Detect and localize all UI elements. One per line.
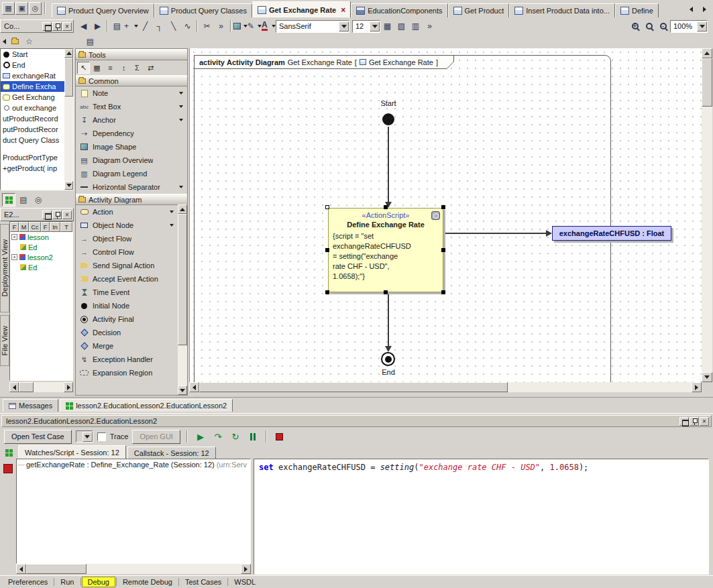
scroll-thumb[interactable] (26, 564, 87, 574)
canvas-v-scrollbar[interactable] (702, 48, 712, 382)
scroll-down-icon[interactable] (702, 372, 712, 382)
dropdown-arrow-icon[interactable] (179, 105, 183, 108)
scroll-thumb[interactable] (178, 214, 187, 345)
close-panel-icon[interactable]: × (700, 417, 709, 426)
column-header[interactable]: F (10, 222, 19, 232)
rectilinear-path-icon[interactable]: ┐ (152, 19, 166, 33)
column-header[interactable]: Cc (29, 222, 41, 232)
insert-table-icon[interactable]: ▦ (380, 19, 394, 33)
tab-insert-product-data[interactable]: Insert Product Data into... (509, 3, 615, 17)
table-options-icon[interactable]: ▥ (408, 19, 423, 33)
scroll-down-icon[interactable] (64, 181, 73, 190)
zoom-out-icon[interactable]: - (656, 19, 670, 33)
tab-scroll-left-icon[interactable] (685, 3, 698, 15)
palette-item-expansion-region[interactable]: Expansion Region (76, 366, 178, 379)
column-header[interactable]: T (60, 222, 72, 232)
overflow-chevron-icon[interactable]: » (423, 19, 437, 33)
deployment-view-tab[interactable]: Deployment View (0, 224, 9, 312)
selection-handle[interactable] (325, 205, 329, 209)
pause-button[interactable] (246, 430, 260, 443)
tab-define[interactable]: Define (615, 3, 659, 17)
file-view-tab[interactable]: File View (0, 315, 9, 366)
palette-item-control-flow[interactable]: →Control Flow (76, 245, 178, 259)
selection-handle[interactable] (441, 248, 445, 252)
explorer-h-scrollbar[interactable] (9, 382, 73, 392)
palette-item-accept-event-action[interactable]: Accept Event Action (76, 272, 178, 286)
palette-item-time-event[interactable]: Time Event (76, 286, 178, 299)
selection-handle[interactable] (325, 248, 329, 252)
back-icon[interactable]: ◀ (76, 19, 91, 33)
combo-arrow-icon[interactable] (339, 21, 349, 32)
breakpoint-indicator[interactable] (3, 464, 13, 473)
diagonal-path-icon[interactable]: ╲ (166, 19, 180, 33)
font-color-icon[interactable]: A (262, 19, 276, 33)
palette-item-horizontal-separator[interactable]: Horizontal Separator (76, 180, 187, 194)
tab-callstack[interactable]: Callstack - Session: 12 (127, 447, 216, 459)
containment-scrollbar[interactable] (64, 49, 73, 190)
restore-panel-icon[interactable] (42, 211, 52, 219)
e2e-view-icon[interactable] (2, 193, 15, 207)
close-icon[interactable]: × (341, 5, 345, 15)
tab-scroll-right-icon[interactable] (698, 3, 711, 15)
tile-windows-icon[interactable]: ▣ (15, 2, 28, 15)
properties-view-icon[interactable]: ▤ (17, 193, 30, 207)
scroll-down-icon[interactable] (178, 386, 187, 395)
initial-node[interactable] (382, 113, 394, 125)
scroll-thumb[interactable] (19, 382, 34, 392)
expander-icon[interactable]: + (11, 254, 17, 260)
tab-messages[interactable]: Messages (3, 399, 58, 412)
statusbar-tab-test-cases[interactable]: Test Cases (180, 577, 227, 587)
palette-item-action[interactable]: Action (76, 205, 178, 219)
rerun-button[interactable]: ↻ (229, 430, 242, 443)
statusbar-tab-wsdl[interactable]: WSDL (229, 577, 261, 587)
scroll-left-icon[interactable] (9, 382, 19, 392)
tree-item-productporttype[interactable]: ProductPortType (1, 152, 64, 163)
pencil-icon[interactable]: ✎ (248, 19, 262, 33)
restore-panel-icon[interactable] (42, 22, 52, 31)
activity-diagram-section-header[interactable]: Activity Diagram (76, 194, 187, 205)
tree-item-define-exchange[interactable]: Define Excha (1, 81, 64, 92)
tab-watches-script[interactable]: Watches/Script - Session: 12 (18, 445, 126, 459)
selection-handle[interactable] (441, 290, 445, 294)
open-test-case-button[interactable]: Open Test Case (4, 430, 72, 444)
dropdown-arrow-icon[interactable] (179, 92, 183, 95)
tree-item-get-exchange[interactable]: Get Exchang (1, 92, 64, 103)
diagram-canvas[interactable]: activity Activity Diagram Get Exchange R… (189, 48, 702, 382)
tab-product-query-overview[interactable]: Product Query Overview (52, 3, 154, 17)
palette-item-diagram-legend[interactable]: ▥Diagram Legend (76, 167, 187, 180)
tree-item-getproduct-operation[interactable]: +getProduct( inp (1, 163, 64, 174)
distribute-vertical-icon[interactable]: ↕ (117, 62, 130, 74)
palette-item-decision[interactable]: Decision (76, 326, 178, 339)
scroll-thumb[interactable] (64, 58, 73, 97)
favorites-icon[interactable]: ☆ (22, 35, 36, 48)
tree-item-exchangerate[interactable]: exchangeRat (1, 70, 64, 81)
column-header[interactable]: F (41, 222, 50, 232)
font-size-combo[interactable]: 12 (352, 20, 380, 33)
selection-handle[interactable] (384, 290, 388, 294)
dropdown-arrow-icon[interactable] (170, 211, 174, 213)
open-project-icon[interactable] (8, 35, 22, 48)
selection-handle[interactable] (325, 290, 329, 294)
scroll-right-icon[interactable] (241, 564, 251, 574)
statusbar-tab-preferences[interactable]: Preferences (3, 577, 53, 587)
zoom-level-combo[interactable]: 100% (670, 20, 708, 33)
palette-item-dependency[interactable]: ⇢Dependency (76, 127, 187, 140)
diagram-tree-icon[interactable]: ▤ (83, 35, 97, 48)
tab-lesson2-educationlesson2[interactable]: lesson2.EducationLesson2.EducationLesson… (60, 399, 233, 412)
activity-final-node[interactable] (381, 352, 395, 366)
tree-item-putproductrecord[interactable]: putProductRecor (1, 124, 64, 135)
scroll-thumb[interactable] (702, 58, 712, 107)
tools-header[interactable]: Tools (76, 49, 187, 60)
selection-handle[interactable] (384, 205, 388, 209)
zoom-fit-icon[interactable] (642, 19, 656, 33)
restore-panel-icon[interactable] (679, 417, 689, 426)
script-editor[interactable]: set exchangeRateCHFUSD = setting("exchan… (254, 459, 709, 575)
scroll-right-icon[interactable] (692, 382, 702, 392)
search-icon[interactable]: ◎ (29, 2, 42, 15)
file-item-ed2[interactable]: Ed (10, 262, 72, 272)
oblique-path-icon[interactable]: ╱ (138, 19, 152, 33)
pin-panel-icon[interactable] (52, 211, 62, 219)
list-mode-icon[interactable]: ≡ (104, 62, 117, 74)
column-header[interactable]: M (19, 222, 29, 232)
forward-icon[interactable]: ▶ (91, 19, 105, 33)
